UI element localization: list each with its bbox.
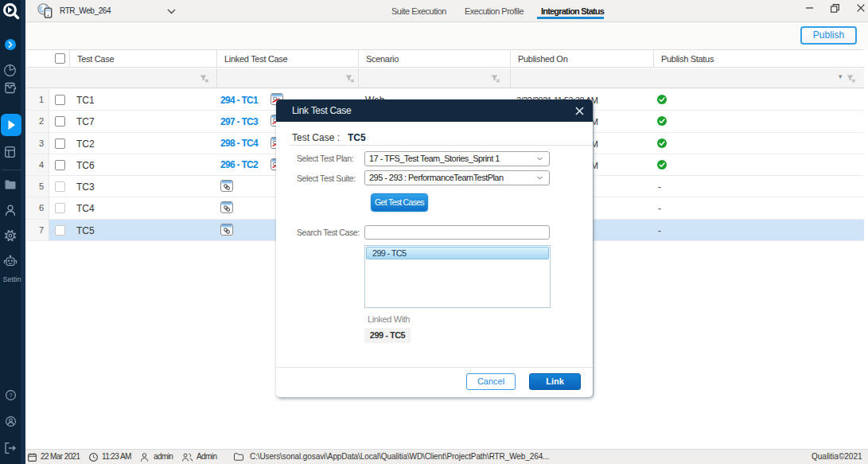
svg-text:?: ?	[9, 392, 13, 399]
